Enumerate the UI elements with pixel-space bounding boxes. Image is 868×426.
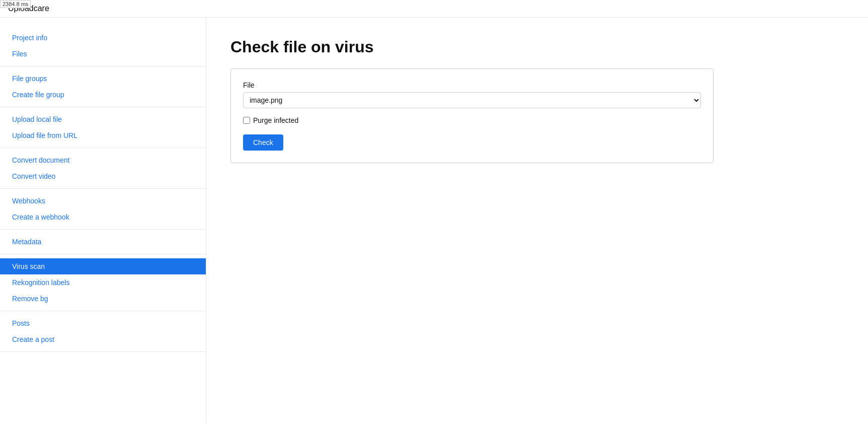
sidebar-item-convert-video[interactable]: Convert video xyxy=(0,168,206,184)
sidebar-section-3: Convert documentConvert video xyxy=(0,148,206,189)
sidebar-item-upload-file-from-url[interactable]: Upload file from URL xyxy=(0,127,206,144)
sidebar-item-convert-document[interactable]: Convert document xyxy=(0,152,206,168)
top-bar: Uploadcare xyxy=(0,0,868,18)
sidebar-item-posts[interactable]: Posts xyxy=(0,315,206,331)
main-content: Check file on virus File image.png Purge… xyxy=(206,18,868,423)
file-select[interactable]: image.png xyxy=(243,92,701,108)
sidebar-item-metadata[interactable]: Metadata xyxy=(0,234,206,250)
layout: Project infoFilesFile groupsCreate file … xyxy=(0,18,868,423)
sidebar-section-5: Metadata xyxy=(0,230,206,254)
sidebar-item-create-a-post[interactable]: Create a post xyxy=(0,331,206,347)
sidebar-item-create-file-group[interactable]: Create file group xyxy=(0,87,206,103)
sidebar: Project infoFilesFile groupsCreate file … xyxy=(0,18,206,423)
sidebar-section-0: Project infoFiles xyxy=(0,26,206,66)
purge-infected-checkbox[interactable] xyxy=(243,117,250,124)
purge-infected-row: Purge infected xyxy=(243,116,701,124)
file-label: File xyxy=(243,81,701,89)
form-card: File image.png Purge infected Check xyxy=(230,68,714,163)
sidebar-item-webhooks[interactable]: Webhooks xyxy=(0,193,206,209)
sidebar-section-2: Upload local fileUpload file from URL xyxy=(0,107,206,148)
sidebar-item-project-info[interactable]: Project info xyxy=(0,30,206,46)
sidebar-section-1: File groupsCreate file group xyxy=(0,66,206,107)
sidebar-item-file-groups[interactable]: File groups xyxy=(0,70,206,87)
sidebar-item-upload-local-file[interactable]: Upload local file xyxy=(0,111,206,127)
file-field: File image.png xyxy=(243,81,701,108)
timing-badge: 2384.8 ms xyxy=(0,0,31,8)
page-title: Check file on virus xyxy=(230,38,844,56)
check-button[interactable]: Check xyxy=(243,134,283,151)
sidebar-section-6: Virus scanRekognition labelsRemove bg xyxy=(0,254,206,311)
timing-value: 2384.8 ms xyxy=(3,1,28,7)
sidebar-item-rekognition-labels[interactable]: Rekognition labels xyxy=(0,274,206,291)
purge-infected-label[interactable]: Purge infected xyxy=(253,116,298,124)
sidebar-item-files[interactable]: Files xyxy=(0,46,206,62)
sidebar-item-virus-scan[interactable]: Virus scan xyxy=(0,258,206,274)
sidebar-item-remove-bg[interactable]: Remove bg xyxy=(0,291,206,307)
sidebar-section-4: WebhooksCreate a webhook xyxy=(0,189,206,230)
sidebar-item-create-a-webhook[interactable]: Create a webhook xyxy=(0,209,206,225)
sidebar-section-7: PostsCreate a post xyxy=(0,311,206,352)
